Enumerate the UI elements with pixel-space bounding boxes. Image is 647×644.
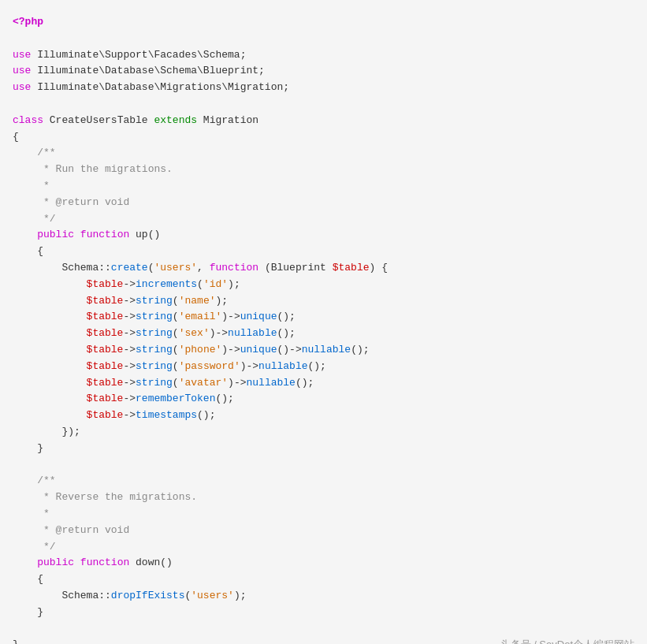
keyword-class: class [13,114,43,126]
extends-name: Migration [197,114,258,126]
comment-text2-1: /** [13,475,56,486]
var-table-1: $table [333,262,370,274]
comma-1: , [197,262,210,274]
blank-line-1 [13,31,634,47]
paren-10: ( [173,327,179,339]
timestamps-method: timestamps [136,409,197,421]
paren-20: ( [173,377,179,389]
method-down-name: down() [129,557,173,568]
comment-text2-5: */ [13,541,56,553]
arrow-3: -> [123,311,136,322]
schema-create-line: Schema::create('users', function (Bluepr… [13,260,634,277]
comment2-4: * @return void [13,523,634,539]
string-users-drop: 'users' [191,590,234,601]
comment-3: * [13,178,634,195]
paren-11: )-> [210,327,228,339]
paren-21: )-> [228,377,246,389]
arrow-7: -> [123,377,136,389]
string-method-2: string [136,311,173,322]
comment-text-3: * [13,180,50,192]
arrow-8: -> [123,393,136,404]
class-open-brace: { [13,129,634,146]
brace-close-2: } [13,606,43,618]
paren-8: )-> [221,311,240,322]
table-remember-line: $table->rememberToken(); [13,391,634,408]
paren-5: ( [173,295,179,307]
code-block: <?php use Illuminate\Support\Facades\Sch… [13,8,634,644]
schema-drop-line: Schema::dropIfExists('users'); [13,588,634,605]
paren-6: ); [215,295,228,307]
comment2-5: */ [13,539,634,556]
nullable-method-1: nullable [228,327,277,339]
schema-create-method: create [111,262,148,274]
string-sex: 'sex' [179,327,210,339]
table-string-name-line: $table->string('name'); [13,293,634,310]
string-avatar: 'avatar' [179,377,228,389]
string-method-1: string [136,295,173,307]
paren-23: (); [215,393,233,404]
unique-method-1: unique [240,311,277,322]
var-table-6: $table [13,344,123,356]
paren-26: ); [234,590,247,601]
use-line-2: use Illuminate\Database\Schema\Blueprint… [13,63,634,80]
comment2-2: * Reverse the migrations. [13,490,634,506]
arrow-2: -> [123,295,136,307]
method-down-open: { [13,571,634,588]
var-table-4: $table [13,311,123,322]
closure-end-line: }); [13,424,634,441]
paren-16: (); [351,344,369,356]
blueprint-param: (Blueprint [258,262,333,274]
var-table-7: $table [13,360,123,372]
paren-9: (); [277,311,296,322]
comment-4: * @return void [13,195,634,211]
method-up-decl: public function up() [13,227,634,244]
string-method-4: string [136,344,173,356]
double-colon-2: :: [99,590,111,601]
string-password: 'password' [179,360,240,372]
keyword-use-2: use [13,65,31,76]
paren-12: (); [277,327,296,339]
table-string-email-line: $table->string('email')->unique(); [13,309,634,326]
watermark: 头条号 / SevDot个人编程网站 [500,637,634,644]
table-string-phone-line: $table->string('phone')->unique()->nulla… [13,342,634,359]
table-timestamps-line: $table->timestamps(); [13,408,634,424]
paren-14: )-> [221,344,240,356]
table-string-password-line: $table->string('password')->nullable(); [13,359,634,375]
arrow-6: -> [123,360,136,372]
table-string-sex-line: $table->string('sex')->nullable(); [13,326,634,342]
paren-18: )-> [240,360,258,372]
paren-3: ( [197,278,203,290]
space-2 [74,557,80,568]
arrow-5: -> [123,344,136,356]
method-up-close: } [13,441,634,457]
var-table-3: $table [13,295,123,307]
paren-13: ( [173,344,179,356]
brace-2: { [13,245,43,257]
var-table-10: $table [13,409,123,421]
arrow-1: -> [123,278,136,290]
comment2-3: * [13,506,634,523]
comment-text-1: /** [13,147,56,158]
string-users: 'users' [154,262,197,274]
indent-1: Schema [13,262,99,274]
table-string-avatar-line: $table->string('avatar')->nullable(); [13,375,634,392]
class-name: CreateUsersTable [43,114,154,126]
method-up-name: up() [129,229,160,240]
keyword-use-3: use [13,81,31,93]
blank-line-4 [13,620,634,637]
method-down-close: } [13,605,634,621]
comment-2: * Run the migrations. [13,162,634,178]
string-email: 'email' [179,311,222,322]
var-table-2: $table [13,278,123,290]
paren-7: ( [173,311,179,322]
comment-text-4: * @return void [13,196,129,208]
comment-text2-2: * Reverse the migrations. [13,491,197,503]
string-name: 'name' [179,295,216,307]
blank-line-3 [13,457,634,474]
brace-3: { [13,573,43,585]
paren-2: ) { [370,262,388,274]
php-tag-line: <?php [13,14,634,31]
keyword-function-2: function [210,262,258,274]
class-decl-line: class CreateUsersTable extends Migration [13,113,634,129]
brace-close-1: } [13,442,43,454]
